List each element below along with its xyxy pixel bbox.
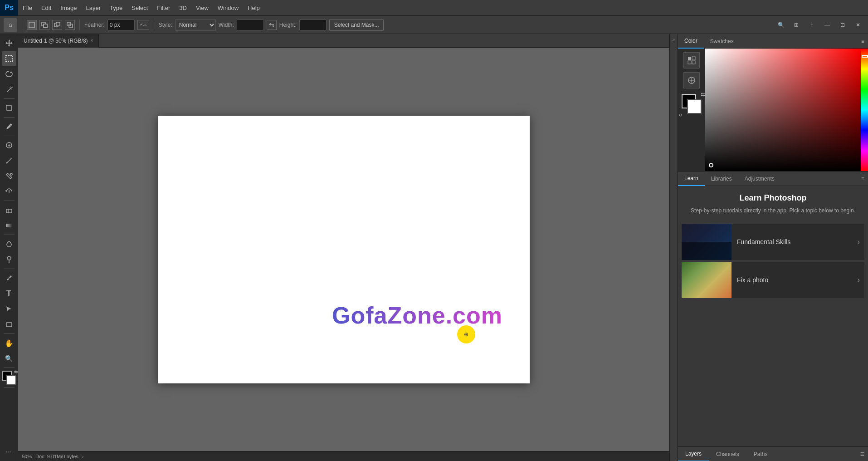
tool-separator-9	[4, 387, 15, 387]
shape-tool[interactable]	[2, 317, 16, 332]
search-icon[interactable]: 🔍	[775, 19, 787, 31]
zoom-tool[interactable]: 🔍	[2, 351, 16, 366]
feather-input[interactable]	[107, 20, 135, 30]
marquee-intersect-icon[interactable]	[65, 20, 75, 30]
minimize-icon[interactable]: —	[821, 19, 834, 31]
bottom-panel-options[interactable]: ≡	[860, 450, 868, 458]
tutorial-card-fix-a-photo[interactable]: Fix a photo›	[682, 262, 864, 298]
style-select[interactable]: Normal Fixed Ratio Fixed Size	[175, 19, 216, 31]
tab-swatches[interactable]: Swatches	[704, 34, 740, 49]
dodge-tool[interactable]	[2, 252, 16, 267]
text-tool[interactable]: T	[2, 286, 16, 301]
tab-color[interactable]: Color	[678, 34, 704, 49]
tutorial-card-fundamental-skills[interactable]: Fundamental Skills›	[682, 224, 864, 260]
right-panel: Color Swatches ≡	[678, 34, 868, 461]
color-gradient-field[interactable]	[705, 49, 861, 171]
canvas-container[interactable]: GofaZone.com ⊕	[18, 48, 669, 451]
svg-rect-21	[688, 61, 691, 64]
menu-help[interactable]: Help	[243, 0, 264, 16]
move-tool[interactable]	[2, 36, 16, 50]
close-icon[interactable]: ✕	[852, 19, 864, 31]
top-right-icons: 🔍 ⊞ ↑ — ⊡ ✕	[775, 19, 864, 31]
marquee-add-icon[interactable]	[39, 20, 49, 30]
bottom-panel-tabs: Layers Channels Paths ≡	[678, 446, 868, 461]
color-gradient-picker[interactable]	[705, 49, 861, 171]
tutorial-arrow-fix-a-photo: ›	[858, 276, 860, 284]
menu-view[interactable]: View	[191, 0, 213, 16]
history-brush-tool[interactable]	[2, 184, 16, 199]
marquee-tool[interactable]	[2, 51, 16, 66]
anti-alias-icon[interactable]: ✓⌓	[137, 20, 149, 30]
eraser-tool[interactable]	[2, 203, 16, 217]
eyedropper-tool[interactable]	[2, 119, 16, 134]
color-panel-options[interactable]: ≡	[861, 38, 868, 44]
marquee-subtract-icon[interactable]	[52, 20, 62, 30]
color-content: ⇆ ↺	[678, 49, 868, 171]
menu-file[interactable]: File	[18, 0, 37, 16]
quick-selection-tool[interactable]	[2, 82, 16, 97]
menu-3d[interactable]: 3D	[175, 0, 191, 16]
foreground-color[interactable]: ⇆	[2, 371, 16, 385]
pen-tool[interactable]	[2, 271, 16, 285]
width-label: Width:	[219, 22, 234, 28]
tab-close-button[interactable]: ×	[91, 38, 93, 43]
status-bar: 50% Doc: 9.01M/0 bytes ›	[18, 451, 669, 461]
menu-select[interactable]: Select	[127, 0, 152, 16]
menu-image[interactable]: Image	[56, 0, 81, 16]
status-arrow[interactable]: ›	[82, 454, 84, 459]
tab-adjustments[interactable]: Adjustments	[738, 172, 781, 186]
clone-stamp-tool[interactable]	[2, 169, 16, 183]
menu-type[interactable]: Type	[105, 0, 127, 16]
menu-edit[interactable]: Edit	[37, 0, 56, 16]
width-input[interactable]	[237, 20, 264, 30]
separator	[22, 20, 22, 30]
swap-colors-button[interactable]: ⇆	[701, 91, 705, 98]
brush-tool[interactable]	[2, 153, 16, 168]
menu-window[interactable]: Window	[213, 0, 243, 16]
swap-dimensions-icon[interactable]: ⇆	[267, 20, 277, 30]
healing-brush-tool[interactable]	[2, 138, 16, 152]
hand-tool[interactable]: ✋	[2, 336, 16, 350]
tab-channels[interactable]: Channels	[709, 447, 746, 461]
learn-subtext: Step-by-step tutorials directly in the a…	[678, 206, 868, 222]
color-panel-tabs: Color Swatches ≡	[678, 34, 868, 49]
tab-learn[interactable]: Learn	[678, 172, 705, 186]
learn-panel: Learn Libraries Adjustments ≡ Learn Phot…	[678, 172, 868, 446]
document-tab[interactable]: Untitled-1 @ 50% (RGB/8) ×	[18, 34, 99, 48]
hue-bar[interactable]	[861, 49, 868, 171]
select-mask-button[interactable]: Select and Mask...	[329, 19, 384, 31]
path-selection-tool[interactable]	[2, 302, 16, 316]
tutorial-thumb-fundamental-skills	[682, 224, 731, 260]
height-input[interactable]	[299, 20, 327, 30]
share-icon[interactable]: ↑	[805, 19, 818, 31]
gradient-tool[interactable]	[2, 218, 16, 233]
tab-paths[interactable]: Paths	[746, 447, 775, 461]
crop-tool[interactable]	[2, 101, 16, 115]
menu-filter[interactable]: Filter	[152, 0, 175, 16]
marquee-rect-icon[interactable]	[27, 20, 37, 30]
maximize-icon[interactable]: ⊡	[836, 19, 849, 31]
separator3	[154, 20, 154, 30]
tool-separator-1	[4, 98, 15, 99]
lasso-tool[interactable]	[2, 67, 16, 81]
workspace-icon[interactable]: ⊞	[790, 19, 803, 31]
tool-separator-5	[4, 235, 15, 235]
menu-layer[interactable]: Layer	[82, 0, 106, 16]
menu-bar: Ps File Edit Image Layer Type Select Fil…	[0, 0, 868, 16]
reset-colors-button[interactable]: ↺	[679, 113, 683, 118]
extra-tools[interactable]: ···	[2, 445, 16, 459]
svg-rect-9	[6, 55, 12, 62]
tool-separator-4	[4, 201, 15, 201]
tutorial-label-fix-a-photo: Fix a photo	[731, 276, 858, 284]
collapse-panels-button[interactable]: «	[669, 34, 678, 461]
background-color-swatch[interactable]	[687, 99, 702, 114]
zoom-level: 50%	[22, 454, 32, 459]
svg-point-12	[6, 162, 7, 164]
tab-libraries[interactable]: Libraries	[705, 172, 738, 186]
blur-tool[interactable]	[2, 237, 16, 251]
tab-layers[interactable]: Layers	[678, 447, 709, 461]
panel-tool-icon[interactable]	[683, 52, 700, 69]
learn-panel-options[interactable]: ≡	[861, 176, 868, 182]
panel-tool-icon2[interactable]	[683, 72, 700, 88]
home-button[interactable]: ⌂	[4, 18, 17, 32]
